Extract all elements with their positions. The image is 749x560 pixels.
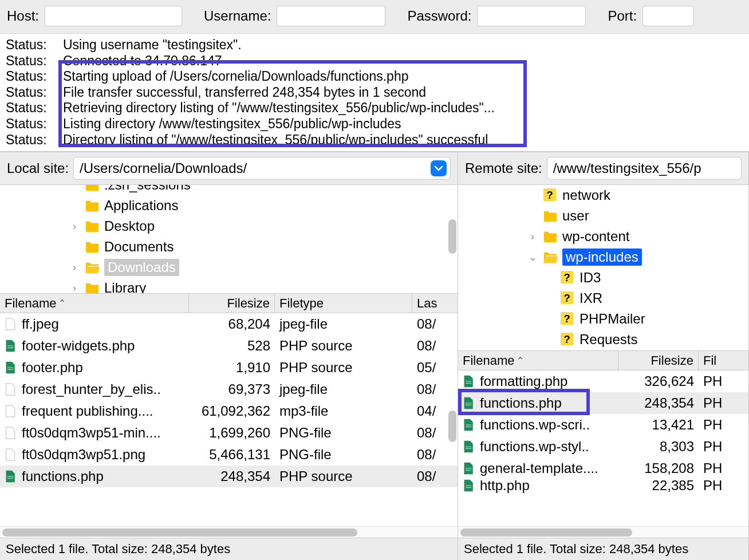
file-row[interactable]: footer-widgets.php528PHP source08/ — [0, 335, 458, 357]
file-icon — [5, 447, 17, 462]
log-line: Status:Listing directory /www/testingsit… — [6, 116, 743, 132]
file-row[interactable]: functions.wp-scri..13,421PH — [458, 414, 748, 436]
cell-filename: functions.php — [458, 395, 618, 411]
local-tree[interactable]: .zsn_sessionsApplications›DesktopDocumen… — [0, 185, 458, 294]
unknown-folder-icon — [559, 333, 576, 346]
cell-filename: http.php — [458, 478, 618, 494]
cell-filetype: PHP source — [275, 338, 412, 354]
col-filename[interactable]: Filename⌃ — [458, 351, 618, 370]
disclosure-icon[interactable]: › — [69, 282, 80, 294]
file-row[interactable]: frequent publishing....61,092,362mp3-fil… — [0, 400, 458, 422]
file-row[interactable]: ft0s0dqm3wp51-min....1,699,260PNG-file08… — [0, 422, 458, 444]
port-label: Port: — [608, 8, 637, 24]
tree-item-label: Requests — [580, 332, 637, 348]
scrollbar-thumb[interactable] — [448, 411, 456, 442]
tree-item[interactable]: ›Downloads — [0, 257, 458, 278]
chevron-down-icon[interactable] — [431, 160, 447, 176]
local-file-list[interactable]: ff.jpeg68,204jpeg-file08/footer-widgets.… — [0, 313, 458, 526]
col-filesize[interactable]: Filesize — [189, 294, 275, 313]
remote-path-combo[interactable]: /www/testingsitex_556/p — [547, 157, 742, 180]
cell-filesize: 61,092,362 — [189, 403, 275, 419]
port-input[interactable] — [642, 6, 694, 26]
file-row[interactable]: functions.php248,354PH — [458, 392, 748, 414]
password-label: Password: — [407, 8, 471, 24]
tree-item[interactable]: ›wp-content — [458, 226, 748, 247]
log-message: Directory listing of "/www/testingsitex_… — [63, 132, 743, 148]
file-row[interactable]: functions.php248,354PHP source08/ — [0, 466, 458, 487]
file-row[interactable]: functions.wp-styl..8,303PH — [458, 436, 748, 458]
username-label: Username: — [204, 8, 271, 24]
col-filetype[interactable]: Filetype — [275, 294, 412, 313]
cell-filetype: mp3-file — [275, 403, 412, 419]
remote-status: Selected 1 file. Total size: 248,354 byt… — [458, 538, 748, 560]
cell-filetype: PH — [699, 478, 748, 494]
cell-filename: formatting.php — [458, 373, 618, 389]
tree-item[interactable]: ⌄wp-includes — [458, 247, 748, 267]
filename-text: footer.php — [22, 360, 83, 376]
cell-filename: ft0s0dqm3wp51-min.... — [0, 425, 189, 441]
tree-item[interactable]: Applications — [0, 195, 458, 216]
tree-item[interactable]: IXR — [458, 288, 748, 309]
tree-item[interactable]: PHPMailer — [458, 309, 748, 329]
cell-filesize: 248,354 — [189, 468, 275, 484]
file-row[interactable]: ff.jpeg68,204jpeg-file08/ — [0, 313, 458, 335]
php-file-icon — [5, 338, 17, 353]
filename-text: functions.wp-styl.. — [480, 439, 589, 455]
filename-text: functions.wp-scri.. — [480, 417, 590, 433]
tree-item[interactable]: Documents — [0, 236, 458, 257]
tree-item[interactable]: network — [458, 185, 748, 206]
cell-filetype: PH — [699, 460, 748, 476]
disclosure-icon[interactable]: › — [69, 262, 80, 274]
cell-filetype: PHP source — [275, 360, 412, 376]
local-hscrollbar[interactable] — [0, 526, 458, 538]
disclosure-icon[interactable]: ⌄ — [527, 251, 538, 263]
local-path-combo[interactable]: /Users/cornelia/Downloads/ — [73, 157, 451, 180]
host-input[interactable] — [45, 6, 182, 26]
tree-item[interactable]: ID3 — [458, 267, 748, 288]
php-file-icon — [463, 478, 475, 493]
cell-lastmod: 08/ — [412, 338, 458, 354]
cell-filetype: PNG-file — [275, 425, 412, 441]
file-row[interactable]: formatting.php326,624PH — [458, 370, 748, 392]
cell-filesize: 248,354 — [618, 395, 699, 411]
file-row[interactable]: forest_hunter_by_elis..69,373jpeg-file08… — [0, 378, 458, 400]
filename-text: ff.jpeg — [22, 316, 59, 332]
file-icon — [5, 317, 17, 332]
tree-item[interactable]: ›Library — [0, 278, 458, 294]
cell-filetype: PH — [699, 439, 748, 455]
remote-tree[interactable]: networkuser›wp-content⌄wp-includesID3IXR… — [458, 185, 748, 351]
local-site-bar: Local site: /Users/cornelia/Downloads/ — [0, 152, 458, 185]
php-file-icon — [463, 417, 475, 432]
tree-item[interactable]: user — [458, 206, 748, 226]
cell-filetype: PHP source — [275, 468, 412, 484]
remote-path-text: /www/testingsitex_556/p — [553, 160, 741, 176]
disclosure-icon[interactable]: › — [527, 231, 538, 243]
col-filesize[interactable]: Filesize — [618, 351, 699, 370]
file-row[interactable]: http.php22,385PH — [458, 475, 748, 496]
log-label: Status: — [6, 116, 63, 132]
tree-item[interactable]: .zsn_sessions — [0, 185, 458, 195]
col-lastmod[interactable]: Las — [412, 294, 458, 313]
folder-open-icon — [542, 250, 559, 264]
col-filetype[interactable]: Fil — [699, 351, 748, 370]
file-row[interactable]: footer.php1,910PHP source05/ — [0, 357, 458, 378]
php-file-icon — [5, 360, 17, 375]
filename-text: general-template.... — [480, 460, 598, 476]
local-pane: Local site: /Users/cornelia/Downloads/ .… — [0, 152, 458, 560]
log-pane[interactable]: Status:Using username "testingsitex".Sta… — [0, 34, 749, 152]
cell-filename: footer.php — [0, 360, 189, 376]
cell-filetype: jpeg-file — [275, 381, 412, 397]
remote-file-list[interactable]: formatting.php326,624PHfunctions.php248,… — [458, 370, 748, 526]
scrollbar-thumb[interactable] — [448, 219, 456, 254]
col-filename[interactable]: Filename⌃ — [0, 294, 189, 313]
password-input[interactable] — [477, 6, 586, 26]
file-row[interactable]: general-template....158,208PH — [458, 458, 748, 479]
file-row[interactable]: ft0s0dqm3wp51.png5,466,131PNG-file08/ — [0, 444, 458, 466]
disclosure-icon[interactable]: › — [69, 220, 80, 232]
remote-header[interactable]: Filename⌃ Filesize Fil — [458, 351, 748, 370]
username-input[interactable] — [277, 6, 385, 26]
local-header[interactable]: Filename⌃ Filesize Filetype Las — [0, 294, 458, 313]
tree-item[interactable]: Requests — [458, 329, 748, 350]
tree-item[interactable]: ›Desktop — [0, 216, 458, 236]
remote-hscrollbar[interactable] — [458, 526, 748, 538]
